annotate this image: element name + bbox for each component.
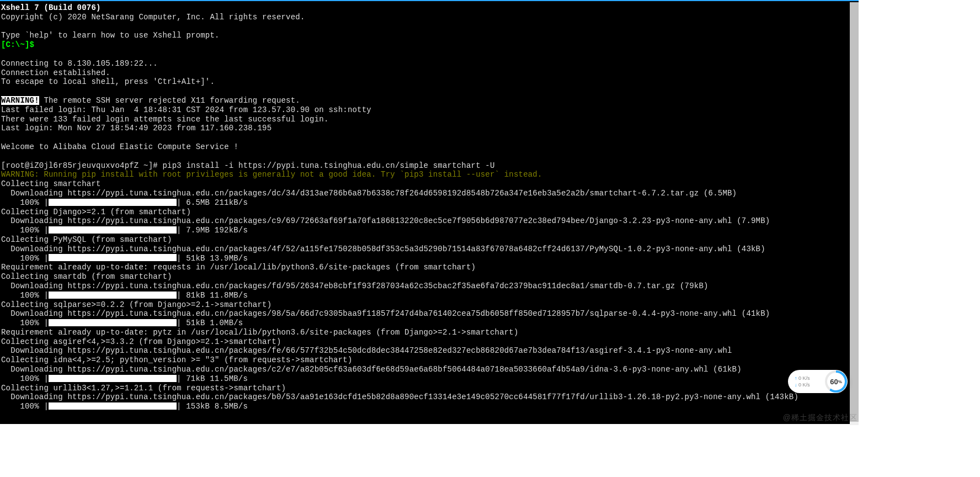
downloading-line: Downloading https://pypi.tuna.tsinghua.e… xyxy=(1,309,770,318)
downloading-line: Downloading https://pypi.tuna.tsinghua.e… xyxy=(1,189,737,198)
last-login: Last login: Mon Nov 27 18:54:49 2023 fro… xyxy=(1,124,271,132)
collecting-line: Collecting sqlparse>=0.2.2 (from Django>… xyxy=(1,300,271,309)
progress-pct: 100% | xyxy=(1,254,49,263)
download-speed: 0 K/s xyxy=(795,381,810,388)
pip-root-warning: WARNING: Running pip install with root p… xyxy=(1,170,542,179)
progress-pct: 100% | xyxy=(1,198,49,207)
progress-stats: | 81kB 11.8MB/s xyxy=(177,291,248,300)
terminal-window: Xshell 7 (Build 0076) Copyright (c) 2020… xyxy=(0,0,859,424)
local-prompt: [C:\~]$ xyxy=(1,40,34,49)
connecting-line: Connecting to 8.130.105.189:22... xyxy=(1,59,158,68)
progress-bar xyxy=(49,375,177,382)
cpu-ring-icon: 60% xyxy=(825,370,847,393)
downloading-line: Downloading https://pypi.tuna.tsinghua.e… xyxy=(1,216,770,225)
collecting-line: Collecting urllib3<1.27,>=1.21.1 (from r… xyxy=(1,384,286,393)
collecting-line: Collecting idna<4,>=2.5; python_version … xyxy=(1,356,353,364)
progress-stats: | 51kB 1.0MB/s xyxy=(177,319,243,327)
downloading-line: Downloading https://pypi.tuna.tsinghua.e… xyxy=(1,282,709,290)
help-hint: Type `help' to learn how to use Xshell p… xyxy=(1,31,220,40)
terminal-output[interactable]: Xshell 7 (Build 0076) Copyright (c) 2020… xyxy=(1,3,850,424)
progress-stats: | 7.9MB 192kB/s xyxy=(177,226,248,235)
speed-stats: 0 K/s 0 K/s xyxy=(788,375,810,388)
progress-stats: | 71kB 11.5MB/s xyxy=(177,374,248,383)
failed-attempts: There were 133 failed login attempts sin… xyxy=(1,115,329,124)
app-title: Xshell 7 (Build 0076) xyxy=(1,3,101,12)
shell-prompt: [root@iZ0jl6r85rjeuvquxvo4pfZ ~]# xyxy=(1,161,162,170)
downloading-line: Downloading https://pypi.tuna.tsinghua.e… xyxy=(1,365,742,374)
escape-hint: To escape to local shell, press 'Ctrl+Al… xyxy=(1,77,215,86)
collecting-line: Collecting asgiref<4,>=3.3.2 (from Djang… xyxy=(1,337,281,346)
progress-bar xyxy=(49,292,177,299)
welcome-line: Welcome to Alibaba Cloud Elastic Compute… xyxy=(1,142,238,151)
progress-bar xyxy=(49,402,177,410)
shell-command: pip3 install -i https://pypi.tuna.tsingh… xyxy=(162,161,494,170)
progress-pct: 100% | xyxy=(1,319,49,327)
upload-speed: 0 K/s xyxy=(795,375,810,381)
collecting-line: Collecting PyMySQL (from smartchart) xyxy=(1,235,172,244)
progress-bar xyxy=(49,226,177,234)
progress-pct: 100% | xyxy=(1,226,49,235)
scrollbar-thumb[interactable] xyxy=(850,2,859,422)
collecting-line: Collecting smartdb (from smartchart) xyxy=(1,272,172,281)
progress-stats: | 6.5MB 211kB/s xyxy=(177,198,248,207)
downloading-line: Downloading https://pypi.tuna.tsinghua.e… xyxy=(1,346,732,355)
collecting-line: Collecting Django>=2.1 (from smartchart) xyxy=(1,208,191,216)
copyright-line: Copyright (c) 2020 NetSarang Computer, I… xyxy=(1,13,305,22)
connection-established: Connection established. xyxy=(1,68,110,77)
x11-warning: The remote SSH server rejected X11 forwa… xyxy=(39,96,300,105)
requirement-satisfied: Requirement already up-to-date: requests… xyxy=(1,263,476,272)
network-speed-widget[interactable]: 0 K/s 0 K/s 60% xyxy=(788,370,848,393)
downloading-line: Downloading https://pypi.tuna.tsinghua.e… xyxy=(1,245,765,253)
collecting-line: Collecting smartchart xyxy=(1,179,101,188)
progress-bar xyxy=(49,199,177,206)
watermark-text: @稀土掘金技术社区 xyxy=(783,413,858,423)
warning-badge: WARNING! xyxy=(1,96,39,105)
progress-pct: 100% | xyxy=(1,374,49,383)
downloading-line: Downloading https://pypi.tuna.tsinghua.e… xyxy=(1,393,798,401)
progress-pct: 100% | xyxy=(1,291,49,300)
progress-stats: | 51kB 13.9MB/s xyxy=(177,254,248,263)
last-failed-login: Last failed login: Thu Jan 4 18:48:31 CS… xyxy=(1,105,371,114)
progress-pct: 100% | xyxy=(1,402,49,411)
cpu-percent: 60% xyxy=(827,373,845,390)
progress-bar xyxy=(49,254,177,261)
progress-stats: | 153kB 8.5MB/s xyxy=(177,402,248,411)
progress-bar xyxy=(49,319,177,326)
scrollbar-track[interactable] xyxy=(850,2,859,425)
requirement-satisfied: Requirement already up-to-date: pytz in … xyxy=(1,328,519,337)
